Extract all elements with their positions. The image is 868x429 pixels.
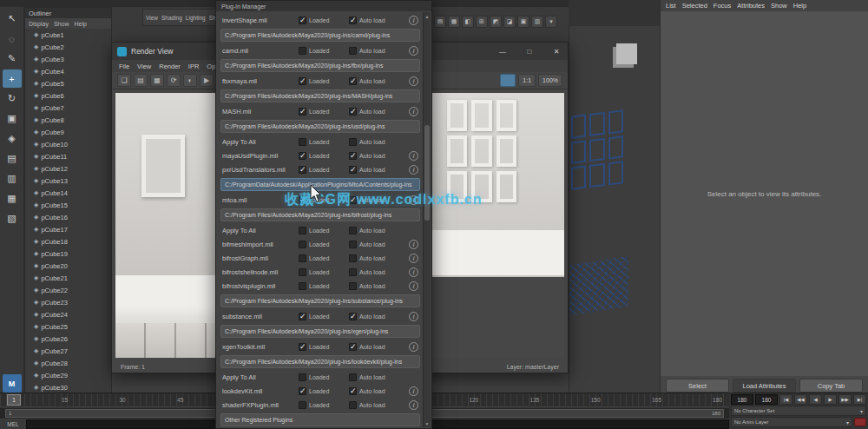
tool-icon[interactable]: + — [3, 69, 22, 88]
tool-icon[interactable]: ▤ — [3, 149, 22, 168]
loaded-checkbox-box[interactable] — [299, 313, 306, 320]
status-line-icon[interactable]: ▤ — [434, 16, 446, 28]
attribute-editor-menu-item[interactable]: List — [666, 2, 676, 10]
info-icon[interactable]: i — [409, 240, 418, 249]
plugin-path-header[interactable]: Other Registered Plugins — [220, 413, 420, 426]
loaded-checkbox-box[interactable] — [299, 373, 306, 381]
loaded-checkbox[interactable]: Loaded — [299, 47, 349, 55]
transport-button[interactable]: |◀ — [779, 394, 792, 405]
autoload-checkbox-box[interactable] — [349, 387, 357, 395]
loaded-checkbox-box[interactable] — [299, 166, 306, 174]
minimize-button[interactable]: — — [491, 43, 514, 60]
loaded-checkbox[interactable]: Loaded — [299, 241, 349, 248]
panel-menu-item[interactable]: Lighting — [186, 15, 206, 21]
character-set-dropdown[interactable]: No Character Set ▾ — [731, 406, 866, 416]
attribute-editor-menu-item[interactable]: Attributes — [737, 2, 765, 10]
autoload-checkbox-box[interactable] — [349, 401, 357, 409]
outliner-item[interactable]: ◈ pCube26 — [25, 333, 111, 345]
autoload-checkbox-box[interactable] — [349, 138, 357, 146]
status-line-icon[interactable]: ◪ — [503, 16, 516, 28]
loaded-checkbox[interactable]: Loaded — [299, 401, 349, 409]
outliner-item[interactable]: ◈ pCube15 — [25, 199, 111, 211]
outliner-menu-item[interactable]: Show — [54, 21, 69, 27]
outliner-item[interactable]: ◈ pCube11 — [25, 150, 111, 162]
info-icon[interactable]: i — [409, 254, 418, 263]
autoload-checkbox[interactable]: Auto load — [349, 343, 399, 351]
autoload-checkbox[interactable]: Auto load — [349, 387, 399, 395]
outliner-item[interactable]: ◈ pCube5 — [25, 77, 111, 89]
loaded-checkbox-box[interactable] — [299, 241, 306, 248]
mel-tag[interactable]: MEL — [0, 419, 26, 429]
loaded-checkbox-box[interactable] — [299, 77, 306, 85]
zoom-active-toggle[interactable] — [500, 74, 516, 87]
attribute-editor-button[interactable]: Select — [666, 379, 729, 393]
render-toolbar-icon[interactable]: ▤ — [134, 74, 148, 87]
autoload-checkbox-box[interactable] — [349, 16, 357, 24]
outliner-item[interactable]: ◈ pCube8 — [25, 114, 111, 126]
wireframe-frames-object[interactable] — [571, 109, 623, 189]
outliner-item[interactable]: ◈ pCube10 — [25, 138, 111, 150]
transport-button[interactable]: ◀◀ — [794, 394, 807, 405]
autoload-checkbox-box[interactable] — [349, 108, 357, 116]
outliner-item[interactable]: ◈ pCube13 — [25, 175, 111, 187]
loaded-checkbox[interactable]: Loaded — [299, 227, 349, 234]
render-view-menu-item[interactable]: File — [119, 63, 129, 70]
tool-icon[interactable]: ✎ — [3, 50, 22, 68]
status-line-icon[interactable]: ▥ — [531, 16, 543, 28]
render-toolbar-icon[interactable]: ▦ — [150, 74, 164, 87]
outliner-item[interactable]: ◈ pCube19 — [25, 248, 111, 260]
info-icon[interactable]: i — [409, 386, 418, 396]
loaded-checkbox-box[interactable] — [299, 196, 306, 204]
autoload-checkbox-box[interactable] — [349, 343, 357, 351]
loaded-checkbox-box[interactable] — [299, 268, 306, 276]
auto-key-button[interactable] — [854, 418, 866, 426]
outliner-item[interactable]: ◈ pCube21 — [25, 272, 111, 284]
attribute-editor-button[interactable]: Load Attributes — [733, 379, 796, 393]
tool-icon[interactable]: ◌ — [3, 30, 22, 48]
panel-menu-item[interactable]: View — [146, 15, 158, 21]
scrollbar-thumb[interactable] — [424, 125, 430, 221]
plugin-path-header[interactable]: C:/Program Files/Autodesk/Maya2020/plug-… — [220, 120, 420, 133]
loaded-checkbox[interactable]: Loaded — [299, 387, 349, 395]
zoom-one-to-one-button[interactable]: 1:1 — [518, 74, 536, 87]
render-view-menu-item[interactable]: View — [137, 63, 151, 70]
attribute-editor-menu-item[interactable]: Focus — [713, 2, 731, 10]
plugin-path-header[interactable]: C:/Program Files/Autodesk/Maya2020/plug-… — [220, 59, 420, 72]
loaded-checkbox-box[interactable] — [299, 16, 306, 24]
render-view-menu-item[interactable]: Render — [159, 63, 181, 70]
tool-icon[interactable]: ▣ — [3, 109, 22, 128]
outliner-item[interactable]: ◈ pCube24 — [25, 308, 111, 320]
autoload-checkbox[interactable]: Auto load — [349, 373, 399, 381]
outliner-menu-item[interactable]: Display — [29, 21, 49, 27]
info-icon[interactable]: i — [409, 400, 418, 410]
info-icon[interactable]: i — [409, 151, 418, 161]
tool-icon[interactable]: ▦ — [3, 189, 22, 208]
transport-button[interactable]: ▶▶ — [838, 394, 852, 405]
autoload-checkbox-box[interactable] — [349, 282, 357, 290]
loaded-checkbox[interactable]: Loaded — [299, 152, 349, 160]
autoload-checkbox[interactable]: Auto load — [349, 47, 399, 55]
autoload-checkbox-box[interactable] — [349, 254, 357, 262]
autoload-checkbox[interactable]: Auto load — [349, 254, 399, 262]
plugin-path-header[interactable]: C:/Program Files/Autodesk/Maya2020/plug-… — [220, 325, 420, 338]
outliner-item[interactable]: ◈ pCube2 — [25, 41, 111, 53]
autoload-checkbox[interactable]: Auto load — [349, 268, 399, 276]
attribute-editor-button[interactable]: Copy Tab — [799, 379, 863, 393]
anim-layer-dropdown[interactable]: No Anim Layer ▾ — [731, 417, 852, 427]
loaded-checkbox-box[interactable] — [299, 401, 306, 409]
plugin-path-header[interactable]: C:/ProgramData/Autodesk/ApplicationPlugi… — [220, 178, 420, 191]
outliner-item[interactable]: ◈ pCube3 — [25, 53, 111, 65]
view-cube-icon[interactable] — [616, 43, 637, 64]
loaded-checkbox[interactable]: Loaded — [299, 166, 349, 174]
info-icon[interactable]: i — [409, 76, 418, 86]
tool-icon[interactable]: ↖ — [3, 10, 22, 28]
autoload-checkbox[interactable]: Auto load — [349, 108, 399, 116]
loaded-checkbox[interactable]: Loaded — [299, 108, 349, 116]
autoload-checkbox-box[interactable] — [349, 313, 357, 320]
loaded-checkbox[interactable]: Loaded — [299, 373, 349, 381]
autoload-checkbox[interactable]: Auto load — [349, 227, 399, 234]
info-icon[interactable]: i — [409, 267, 418, 277]
plugin-path-header[interactable]: C:/Program Files/Autodesk/Maya2020/plug-… — [220, 355, 420, 368]
loaded-checkbox-box[interactable] — [299, 47, 306, 55]
autoload-checkbox[interactable]: Auto load — [349, 241, 399, 248]
